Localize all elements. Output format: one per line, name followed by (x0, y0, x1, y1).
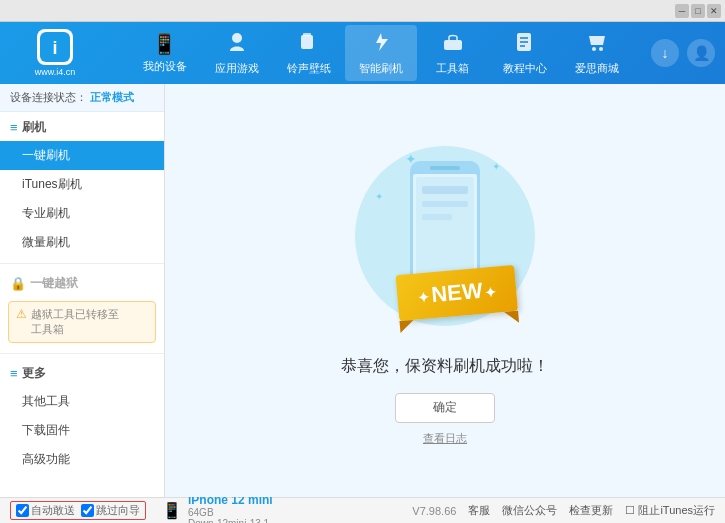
logo-area: i www.i4.cn (10, 29, 100, 77)
section-jailbreak-header: 🔒 一键越狱 (0, 270, 164, 297)
auto-launch-checkbox[interactable] (16, 504, 29, 517)
skip-wizard-checkbox[interactable] (81, 504, 94, 517)
nav-toolbox[interactable]: 工具箱 (417, 25, 489, 81)
logo-icon: i (37, 29, 73, 65)
stop-checkbox-icon: ☐ (625, 504, 635, 517)
nav-shop[interactable]: 爱思商城 (561, 25, 633, 81)
notice-text: 越狱工具已转移至工具箱 (31, 307, 119, 337)
section-more-label: 更多 (22, 365, 46, 382)
auto-launch-checkbox-wrap[interactable]: 自动敢送 (16, 503, 75, 518)
device-details: iPhone 12 mini 64GB Down-12mini-13,1 (188, 493, 273, 524)
sidebar-item-other-tools[interactable]: 其他工具 (0, 387, 164, 416)
warning-icon: ⚠ (16, 307, 27, 321)
smart-flash-icon (370, 31, 392, 58)
bottom-bar: 自动敢送 跳过向导 📱 iPhone 12 mini 64GB Down-12m… (0, 497, 725, 523)
nav-my-device-label: 我的设备 (143, 59, 187, 74)
nav-apps[interactable]: 应用游戏 (201, 25, 273, 81)
svg-text:i: i (52, 38, 57, 58)
my-device-icon: 📱 (152, 32, 177, 56)
check-update-link[interactable]: 检查更新 (569, 503, 613, 518)
bottom-left: 自动敢送 跳过向导 📱 iPhone 12 mini 64GB Down-12m… (10, 493, 412, 524)
customer-service-link[interactable]: 客服 (468, 503, 490, 518)
svg-rect-17 (422, 186, 468, 194)
nav-apps-label: 应用游戏 (215, 61, 259, 76)
tutorial-icon (514, 31, 536, 58)
jailbreak-notice: ⚠ 越狱工具已转移至工具箱 (8, 301, 156, 343)
status-value: 正常模式 (90, 91, 134, 103)
header: i www.i4.cn 📱 我的设备 应用游戏 (0, 22, 725, 84)
nav-shop-label: 爱思商城 (575, 61, 619, 76)
svg-rect-19 (422, 214, 452, 220)
maximize-btn[interactable]: □ (691, 4, 705, 18)
close-btn[interactable]: ✕ (707, 4, 721, 18)
device-firmware: Down-12mini-13,1 (188, 518, 273, 524)
nav-my-device[interactable]: 📱 我的设备 (129, 25, 201, 81)
section-flash-icon: ≡ (10, 120, 18, 135)
nav-items: 📱 我的设备 应用游戏 铃声壁纸 (110, 25, 651, 81)
sparkle-3: ✦ (375, 191, 383, 202)
sidebar: 设备连接状态： 正常模式 ≡ 刷机 一键刷机 iTunes刷机 专业刷机 微量刷… (0, 84, 165, 497)
status-label: 设备连接状态： (10, 91, 87, 103)
sidebar-item-itunes-flash[interactable]: iTunes刷机 (0, 170, 164, 199)
sidebar-section-flash: ≡ 刷机 一键刷机 iTunes刷机 专业刷机 微量刷机 (0, 112, 164, 259)
user-btn[interactable]: 👤 (687, 39, 715, 67)
nav-smart-flash-label: 智能刷机 (359, 61, 403, 76)
section-flash-header: ≡ 刷机 (0, 114, 164, 141)
sidebar-item-download-firmware[interactable]: 下载固件 (0, 416, 164, 445)
section-more-header: ≡ 更多 (0, 360, 164, 387)
nav-ringtone-label: 铃声壁纸 (287, 61, 331, 76)
apps-icon (226, 31, 248, 58)
svg-rect-18 (422, 201, 468, 207)
stop-label: 阻止iTunes运行 (638, 503, 715, 518)
content-area: ✦ ✦ ✦ ✦NEW✦ (165, 84, 725, 497)
sidebar-item-one-key-flash[interactable]: 一键刷机 (0, 141, 164, 170)
success-illustration: ✦ ✦ ✦ ✦NEW✦ (345, 136, 545, 346)
sidebar-section-jailbreak: 🔒 一键越狱 ⚠ 越狱工具已转移至工具箱 (0, 268, 164, 349)
stop-itunes-btn[interactable]: ☐ 阻止iTunes运行 (625, 503, 715, 518)
sidebar-item-pro-flash[interactable]: 专业刷机 (0, 199, 164, 228)
checkbox-group: 自动敢送 跳过向导 (10, 501, 146, 520)
auto-launch-label: 自动敢送 (31, 503, 75, 518)
new-badge: ✦NEW✦ (395, 264, 518, 320)
sidebar-item-micro-flash[interactable]: 微量刷机 (0, 228, 164, 257)
sidebar-section-more: ≡ 更多 其他工具 下载固件 高级功能 (0, 358, 164, 476)
skip-wizard-label: 跳过向导 (96, 503, 140, 518)
device-icon: 📱 (162, 501, 182, 520)
sidebar-status: 设备连接状态： 正常模式 (0, 84, 164, 112)
success-text: 恭喜您，保资料刷机成功啦！ (341, 356, 549, 377)
shop-icon (586, 31, 608, 58)
wechat-link[interactable]: 微信公众号 (502, 503, 557, 518)
skip-wizard-checkbox-wrap[interactable]: 跳过向导 (81, 503, 140, 518)
section-more-icon: ≡ (10, 366, 18, 381)
sparkle-2: ✦ (492, 161, 500, 172)
sidebar-item-advanced[interactable]: 高级功能 (0, 445, 164, 474)
svg-rect-15 (430, 166, 460, 170)
nav-ringtone[interactable]: 铃声壁纸 (273, 25, 345, 81)
svg-point-10 (592, 47, 596, 51)
svg-rect-5 (444, 40, 462, 50)
title-bar: ─ □ ✕ (0, 0, 725, 22)
confirm-button[interactable]: 确定 (395, 393, 495, 423)
download-btn[interactable]: ↓ (651, 39, 679, 67)
ringtone-icon (298, 31, 320, 58)
view-log-link[interactable]: 查看日志 (423, 431, 467, 446)
svg-point-2 (232, 33, 242, 43)
bottom-right: V7.98.66 客服 微信公众号 检查更新 ☐ 阻止iTunes运行 (412, 503, 715, 518)
main: 设备连接状态： 正常模式 ≡ 刷机 一键刷机 iTunes刷机 专业刷机 微量刷… (0, 84, 725, 497)
svg-rect-3 (301, 35, 313, 49)
nav-tutorial[interactable]: 教程中心 (489, 25, 561, 81)
nav-toolbox-label: 工具箱 (436, 61, 469, 76)
minimize-btn[interactable]: ─ (675, 4, 689, 18)
device-storage: 64GB (188, 507, 273, 518)
nav-smart-flash[interactable]: 智能刷机 (345, 25, 417, 81)
section-flash-label: 刷机 (22, 119, 46, 136)
lock-icon: 🔒 (10, 276, 26, 291)
toolbox-icon (442, 31, 464, 58)
svg-point-11 (599, 47, 603, 51)
divider-1 (0, 263, 164, 264)
header-right: ↓ 👤 (651, 39, 715, 67)
divider-2 (0, 353, 164, 354)
svg-rect-4 (303, 33, 311, 36)
logo-text: www.i4.cn (35, 67, 76, 77)
version-text: V7.98.66 (412, 505, 456, 517)
